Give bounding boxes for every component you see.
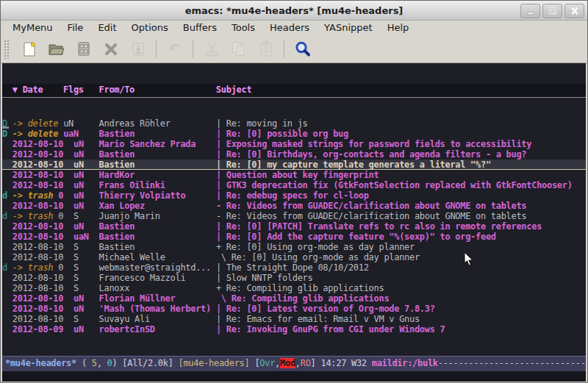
- thread-char: |: [216, 232, 226, 242]
- subject-field: The Straight Dope 08/10/2012: [226, 262, 369, 273]
- thread-char: |: [216, 139, 226, 149]
- mark-char: [2, 139, 12, 149]
- modeline-segment: Ovr: [259, 358, 275, 368]
- paste-toolbar-button: [252, 37, 279, 60]
- cut-icon: [202, 40, 221, 59]
- date-field: 2012-08-10: [12, 232, 74, 242]
- flags-field: uN: [74, 160, 99, 170]
- subject-field: Re: Invoking GnuPG from CGI under Window…: [226, 324, 445, 334]
- from-field: Bastien: [99, 221, 216, 232]
- message-row[interactable]: 2012-08-10 S Michael Welle \ Re: [0] Usi…: [2, 252, 586, 262]
- save-toolbar-button[interactable]: [70, 37, 97, 60]
- from-field: Thierry Volpiatto: [99, 190, 216, 201]
- thread-char: |: [216, 149, 226, 160]
- paste-icon: [257, 40, 276, 59]
- from-field: Bastien: [99, 160, 216, 170]
- toolbar-grip[interactable]: [4, 40, 10, 59]
- mu4e-headers-buffer: ▼ Date Flgs From/To Subject D -> delete …: [2, 63, 586, 380]
- thread-char: -: [216, 211, 226, 221]
- message-row[interactable]: 2012-08-10 uN 'Mash (Thomas Herbert) | R…: [2, 304, 586, 314]
- menu-yasnippet[interactable]: YASnippet: [317, 21, 380, 35]
- tool-bar: [1, 35, 587, 63]
- menu-file[interactable]: File: [60, 21, 91, 35]
- mark-char: [2, 304, 12, 314]
- from-field: 'Mash (Thomas Herbert): [99, 304, 216, 314]
- message-row[interactable]: 2012-08-10 S Lanoxx + Re: Compiling glib…: [2, 283, 586, 293]
- copy-toolbar-button: [225, 37, 252, 60]
- subject-field: Re: [0] [PATCH] Translate refs to rc als…: [226, 221, 542, 232]
- date-field: 2012-08-09: [12, 324, 74, 334]
- message-row[interactable]: d -> trash 0 S Juanjo Marin - Re: Videos…: [2, 211, 586, 221]
- minimize-button[interactable]: [520, 4, 540, 18]
- subject-field: Re: [0] Latest version of Org-mode 7.8.3…: [226, 304, 435, 314]
- date-field: 2012-08-10: [12, 139, 74, 149]
- modeline-segment: Mod: [280, 358, 295, 368]
- message-row[interactable]: 2012-08-10 uN HardKor | Question about k…: [2, 170, 586, 180]
- mark-char: [2, 170, 12, 180]
- close-button[interactable]: [564, 4, 584, 18]
- message-list: D -> delete uN Andreas Röhler | Re: movi…: [2, 118, 586, 334]
- message-row[interactable]: 2012-08-10 uN Xan Lopez - Re: Videos fro…: [2, 201, 586, 211]
- undo-toolbar-button: [161, 37, 188, 60]
- maximize-button[interactable]: [542, 4, 562, 18]
- from-field: Bastien: [99, 232, 216, 242]
- close-toolbar-button[interactable]: [97, 37, 124, 60]
- message-row[interactable]: 2012-08-09 uN robertcInSD | Re: Invoking…: [2, 324, 586, 334]
- from-field: Xan Lopez: [99, 201, 216, 211]
- menu-buffers[interactable]: Buffers: [176, 21, 224, 35]
- minimize-icon: [526, 7, 536, 15]
- message-row[interactable]: 2012-08-10 uN Bastien | Re: [0] Birthday…: [2, 149, 586, 160]
- flags-field: uN: [74, 139, 99, 149]
- flags-field: uaN: [74, 232, 99, 242]
- new-file-toolbar-button[interactable]: [15, 37, 43, 60]
- message-row[interactable]: 2012-08-10 uN Bastien | Re: [0] [PATCH] …: [2, 221, 586, 232]
- mark-char: [2, 232, 12, 242]
- message-row[interactable]: 2012-08-10 uN Mario Sanchez Prada | Expo…: [2, 139, 586, 149]
- headers-column-header[interactable]: ▼ Date Flgs From/To Subject: [2, 84, 586, 98]
- message-row[interactable]: D -> delete uN Andreas Röhler | Re: movi…: [2, 118, 586, 129]
- flags-field: S: [74, 314, 99, 324]
- mark-char: d: [2, 190, 12, 201]
- message-row[interactable]: 2012-08-10 uN Florian Müllner \ Re: Comp…: [2, 293, 586, 304]
- flags-field: uN: [74, 293, 99, 304]
- subject-field: Re: [0] Using org-mode as day planner: [232, 252, 420, 262]
- message-row[interactable]: 2012-08-10 S Suvayu Ali | Re: Emacs for …: [2, 314, 586, 324]
- search-toolbar-button[interactable]: [289, 37, 316, 60]
- from-field: Bastien: [99, 149, 216, 160]
- message-row[interactable]: D -> delete uaN Bastien | Re: [0] possib…: [2, 129, 586, 139]
- search-icon: [293, 40, 312, 59]
- thread-char: |: [216, 273, 226, 283]
- subject-field: Re: Videos from GUADEC/clarification abo…: [226, 201, 527, 211]
- menu-tools[interactable]: Tools: [224, 21, 262, 35]
- title-bar[interactable]: emacs: *mu4e-headers* [mu4e-headers]: [1, 1, 587, 21]
- mark-char: d: [2, 211, 12, 221]
- message-row[interactable]: 2012-08-10 uaN Bastien | Re: [0] Add the…: [2, 232, 586, 242]
- thread-char: |: [216, 180, 226, 190]
- message-row[interactable]: 2012-08-10 uN Frans Oilinki | GTK3 depre…: [2, 180, 586, 190]
- mark-target: -> trash: [12, 190, 53, 201]
- modeline-segment: [: [249, 358, 259, 368]
- message-row[interactable]: 2012-08-10 uN Bastien | Re: [0] my captu…: [2, 160, 586, 170]
- menu-edit[interactable]: Edit: [90, 21, 123, 35]
- message-row[interactable]: d -> trash 0 S webmaster@straightd... | …: [2, 262, 586, 273]
- modeline-segment: --------------------------------------: [438, 358, 586, 368]
- flags-field: uN: [63, 118, 98, 129]
- message-row[interactable]: d -> trash 0 uN Thierry Volpiatto | Re: …: [2, 190, 586, 201]
- date-field: 2012-08-10: [12, 221, 74, 232]
- mark-char: [2, 242, 12, 252]
- from-field: HardKor: [99, 170, 216, 180]
- message-row[interactable]: 2012-08-10 S Francesco Mazzoli | Slow NN…: [2, 273, 586, 283]
- toolbar-separator: [284, 40, 284, 58]
- modeline-segment: RO: [301, 358, 311, 368]
- menu-mymenu[interactable]: MyMenu: [5, 21, 60, 35]
- open-folder-toolbar-button[interactable]: [43, 37, 70, 60]
- menu-options[interactable]: Options: [124, 21, 176, 35]
- minibuffer[interactable]: [2, 371, 586, 382]
- thread-char: |: [216, 190, 226, 201]
- menu-headers[interactable]: Headers: [262, 21, 317, 35]
- message-row[interactable]: 2012-08-10 S Bastien + Re: [0] Using org…: [2, 242, 586, 252]
- date-field: 2012-08-10: [12, 252, 74, 262]
- modeline-segment: ,: [295, 358, 301, 368]
- menu-help[interactable]: Help: [380, 21, 417, 35]
- mark-char: d: [2, 262, 12, 273]
